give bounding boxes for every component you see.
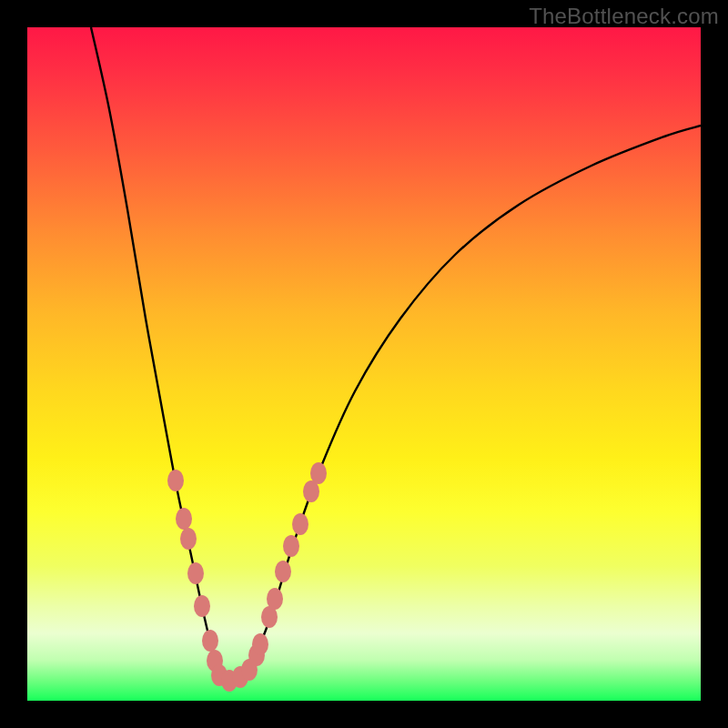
watermark-label: TheBottleneck.com	[529, 4, 719, 29]
marker-dot	[283, 535, 299, 557]
bottleneck-curve	[27, 27, 701, 701]
marker-dot	[167, 470, 184, 491]
marker-dot	[267, 588, 283, 610]
marker-dot	[180, 528, 197, 550]
marker-dot	[275, 561, 291, 582]
highlight-markers	[167, 462, 327, 692]
marker-dot	[252, 633, 268, 655]
marker-dot	[176, 508, 192, 530]
marker-dot	[310, 462, 327, 484]
marker-dot	[194, 595, 210, 617]
plot-area	[27, 27, 701, 701]
marker-dot	[187, 562, 204, 584]
marker-dot	[202, 630, 218, 652]
curve-path	[91, 27, 701, 682]
chart-frame: TheBottleneck.com	[0, 0, 728, 728]
marker-dot	[292, 513, 308, 535]
